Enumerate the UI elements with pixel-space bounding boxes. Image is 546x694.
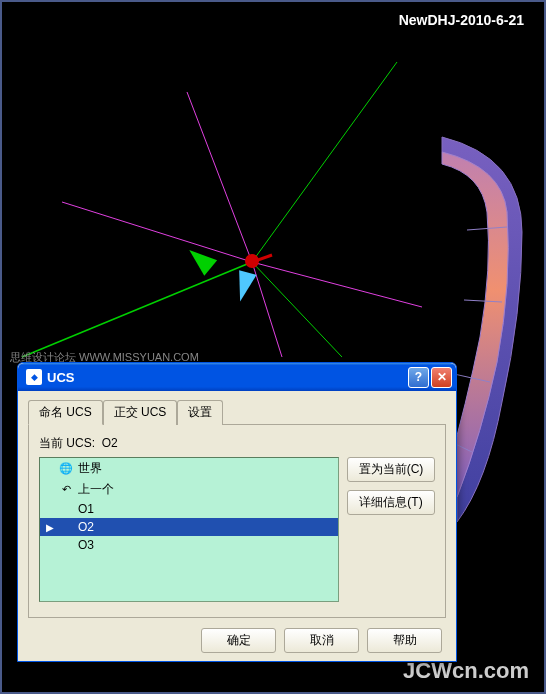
svg-line-6 [252,262,282,357]
selection-indicator-icon: ▶ [46,522,54,533]
dialog-icon: ◆ [26,369,42,385]
tab-content: 当前 UCS: O2 🌐 世界 ↶ 上一个 [28,425,446,618]
watermark-top: NewDHJ-2010-6-21 [399,12,524,28]
dialog-bottom-buttons: 确定 取消 帮助 [28,628,446,653]
current-ucs-label: 当前 UCS: O2 [39,435,435,452]
details-button[interactable]: 详细信息(T) [347,490,435,515]
dialog-body: 命名 UCS 正交 UCS 设置 当前 UCS: O2 🌐 世界 ↶ [18,391,456,661]
previous-icon: ↶ [59,483,73,497]
svg-line-2 [252,262,342,357]
svg-line-4 [252,262,422,307]
ucs-origin-sphere [245,254,259,268]
svg-line-1 [252,62,397,262]
cancel-button[interactable]: 取消 [284,628,359,653]
globe-icon: 🌐 [59,462,73,476]
list-item-label: O1 [78,502,94,516]
svg-line-5 [187,92,252,262]
list-item-previous[interactable]: ↶ 上一个 [40,479,338,500]
list-item-label: O3 [78,538,94,552]
help-button[interactable]: 帮助 [367,628,442,653]
svg-line-3 [62,202,252,262]
svg-line-0 [22,262,252,357]
dialog-title: UCS [47,370,406,385]
list-item-label: O2 [78,520,94,534]
list-item-label: 上一个 [78,481,114,498]
list-item-world[interactable]: 🌐 世界 [40,458,338,479]
current-value: O2 [102,436,118,450]
ok-button[interactable]: 确定 [201,628,276,653]
dialog-titlebar[interactable]: ◆ UCS ? ✕ [18,363,456,391]
ucs-listbox[interactable]: 🌐 世界 ↶ 上一个 O1 ▶ [39,457,339,602]
list-item-label: 世界 [78,460,102,477]
ucs-dialog: ◆ UCS ? ✕ 命名 UCS 正交 UCS 设置 当前 UCS: O2 🌐 … [17,362,457,662]
side-buttons: 置为当前(C) 详细信息(T) [347,457,435,607]
tab-named-ucs[interactable]: 命名 UCS [28,400,103,425]
tab-ortho-ucs[interactable]: 正交 UCS [103,400,178,425]
list-item-o1[interactable]: O1 [40,500,338,518]
tab-settings[interactable]: 设置 [177,400,223,425]
current-prefix: 当前 UCS: [39,436,95,450]
list-item-o2[interactable]: ▶ O2 [40,518,338,536]
help-icon[interactable]: ? [408,367,429,388]
tabs-bar: 命名 UCS 正交 UCS 设置 [28,399,446,425]
list-item-o3[interactable]: O3 [40,536,338,554]
set-current-button[interactable]: 置为当前(C) [347,457,435,482]
close-icon[interactable]: ✕ [431,367,452,388]
